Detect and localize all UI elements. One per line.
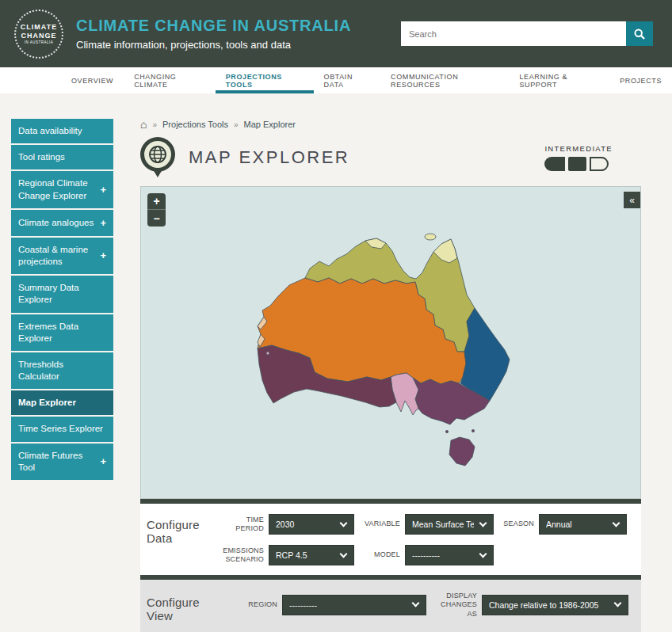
- site-title[interactable]: CLIMATE CHANGE IN AUSTRALIA: [76, 17, 351, 35]
- map-region-west-pink-dot[interactable]: [266, 352, 269, 355]
- complexity-level: INTERMEDIATE: [544, 144, 613, 171]
- configure-data-section: Configure Data TIME PERIOD 2030 VARIABLE…: [140, 504, 641, 575]
- display-changes-field: DISPLAY CHANGES AS Change relative to 19…: [433, 592, 628, 619]
- season-select[interactable]: Annual: [539, 514, 627, 535]
- chevron-down-icon: [479, 519, 487, 527]
- level-segment-intermediate[interactable]: [568, 157, 586, 171]
- site-title-block: CLIMATE CHANGE IN AUSTRALIA Climate info…: [76, 17, 351, 51]
- chevron-down-icon: [613, 519, 620, 527]
- map-region-north-island[interactable]: [425, 234, 436, 240]
- search-bar: [401, 21, 653, 46]
- display-changes-label: DISPLAY CHANGES AS: [433, 592, 477, 619]
- chevron-down-icon: [340, 550, 348, 558]
- variable-field: VARIABLE Mean Surface Temperature: [361, 514, 494, 535]
- chevron-down-icon: [479, 550, 487, 558]
- variable-label: VARIABLE: [361, 520, 400, 528]
- region-select[interactable]: ----------: [282, 595, 426, 615]
- sidebar-item-data-availability[interactable]: Data availability: [11, 119, 113, 143]
- model-field: MODEL ----------: [361, 545, 494, 565]
- bass-strait-island[interactable]: [445, 430, 448, 432]
- nav-item-communication-resources[interactable]: COMMUNICATION RESOURCES: [380, 67, 509, 93]
- configure-view-heading: Configure View: [147, 592, 223, 622]
- sidebar-item-map-explorer[interactable]: Map Explorer: [11, 390, 113, 415]
- sidebar-item-coastal-marine-projections[interactable]: Coastal & marine projections+: [11, 238, 113, 274]
- season-field: SEASON Annual: [500, 514, 627, 535]
- level-segment-detailed[interactable]: [590, 157, 609, 171]
- nav-item-changing-climate[interactable]: CHANGING CLIMATE: [124, 67, 216, 93]
- emissions-scenario-field: EMISSIONS SCENARIO RCP 4.5: [223, 545, 354, 565]
- tools-sidebar: Data availability Tool ratings Regional …: [11, 119, 113, 632]
- page-title-bar: MAP EXPLORER INTERMEDIATE: [140, 137, 641, 178]
- variable-select[interactable]: Mean Surface Temperature: [405, 514, 494, 535]
- zoom-in-button[interactable]: +: [147, 193, 166, 210]
- zoom-out-button[interactable]: −: [147, 210, 166, 227]
- sidebar-item-thresholds-calculator[interactable]: Thresholds Calculator: [11, 352, 113, 389]
- region-field: REGION ----------: [223, 595, 426, 615]
- sidebar-item-climate-futures-tool[interactable]: Climate Futures Tool+: [11, 444, 113, 480]
- nav-item-overview[interactable]: OVERVIEW: [61, 67, 124, 93]
- logo-line1: CLIMATE: [21, 23, 57, 31]
- plus-icon: +: [100, 183, 106, 196]
- site-subtitle: Climate information, projections, tools …: [76, 39, 351, 51]
- model-select[interactable]: ----------: [405, 545, 494, 565]
- sidebar-item-tool-ratings[interactable]: Tool ratings: [11, 145, 113, 169]
- plus-icon: +: [100, 216, 106, 230]
- map-zoom-control: + −: [147, 193, 166, 227]
- chevron-down-icon: [614, 600, 622, 607]
- nav-item-projections-tools[interactable]: PROJECTIONS TOOLS: [216, 67, 314, 93]
- configure-data-heading: Configure Data: [147, 514, 223, 567]
- time-period-field: TIME PERIOD 2030: [223, 514, 354, 535]
- map-panel: + − «: [140, 186, 641, 499]
- complexity-level-label: INTERMEDIATE: [544, 144, 613, 153]
- main-nav: OVERVIEW CHANGING CLIMATE PROJECTIONS TO…: [0, 67, 672, 93]
- season-label: SEASON: [500, 520, 534, 528]
- display-changes-select[interactable]: Change relative to 1986-2005: [482, 595, 628, 615]
- search-button[interactable]: [626, 21, 653, 46]
- level-segment-basic[interactable]: [544, 157, 565, 171]
- complexity-toggle: [544, 157, 613, 171]
- plus-icon: +: [100, 249, 106, 262]
- sidebar-item-summary-data-explorer[interactable]: Summary Data Explorer: [11, 276, 113, 312]
- time-period-select[interactable]: 2030: [269, 514, 354, 535]
- logo-line2: CHANGE: [21, 32, 56, 40]
- search-icon: [634, 29, 645, 40]
- chevron-down-icon: [340, 519, 348, 527]
- collapse-panel-button[interactable]: «: [624, 192, 640, 208]
- search-input[interactable]: [401, 21, 626, 46]
- chevron-down-icon: [412, 600, 420, 607]
- sidebar-item-regional-climate-change-explorer[interactable]: Regional Climate Change Explorer+: [11, 171, 113, 207]
- page-title: MAP EXPLORER: [189, 147, 349, 168]
- emissions-scenario-label: EMISSIONS SCENARIO: [223, 546, 264, 565]
- plus-icon: +: [100, 455, 106, 468]
- site-logo[interactable]: CLIMATE CHANGE IN AUSTRALIA: [14, 10, 63, 59]
- time-period-label: TIME PERIOD: [223, 516, 264, 534]
- australia-nrm-map: [141, 187, 640, 498]
- globe-icon: [147, 144, 168, 165]
- model-label: MODEL: [361, 550, 400, 559]
- region-label: REGION: [223, 600, 277, 609]
- breadcrumb: ⌂ » Projections Tools » Map Explorer: [140, 119, 641, 130]
- breadcrumb-link-projections-tools[interactable]: Projections Tools: [162, 120, 228, 129]
- sidebar-item-climate-analogues[interactable]: Climate analogues+: [11, 210, 113, 236]
- nav-item-obtain-data[interactable]: OBTAIN DATA: [314, 67, 381, 93]
- map-explorer-globe-icon: [140, 137, 177, 178]
- nav-item-projects[interactable]: PROJECTS: [609, 67, 672, 93]
- home-icon[interactable]: ⌂: [140, 119, 147, 130]
- sidebar-item-extremes-data-explorer[interactable]: Extremes Data Explorer: [11, 314, 113, 351]
- configure-view-section: Configure View REGION ---------- DISPLAY…: [140, 580, 641, 632]
- logo-line3: IN AUSTRALIA: [25, 40, 54, 44]
- breadcrumb-link-map-explorer[interactable]: Map Explorer: [244, 120, 296, 129]
- nav-item-learning-support[interactable]: LEARNING & SUPPORT: [510, 67, 610, 93]
- sidebar-item-time-series-explorer[interactable]: Time Series Explorer: [11, 417, 113, 441]
- bass-strait-island[interactable]: [472, 429, 474, 432]
- site-header: CLIMATE CHANGE IN AUSTRALIA CLIMATE CHAN…: [0, 0, 672, 67]
- emissions-scenario-select[interactable]: RCP 4.5: [269, 545, 354, 565]
